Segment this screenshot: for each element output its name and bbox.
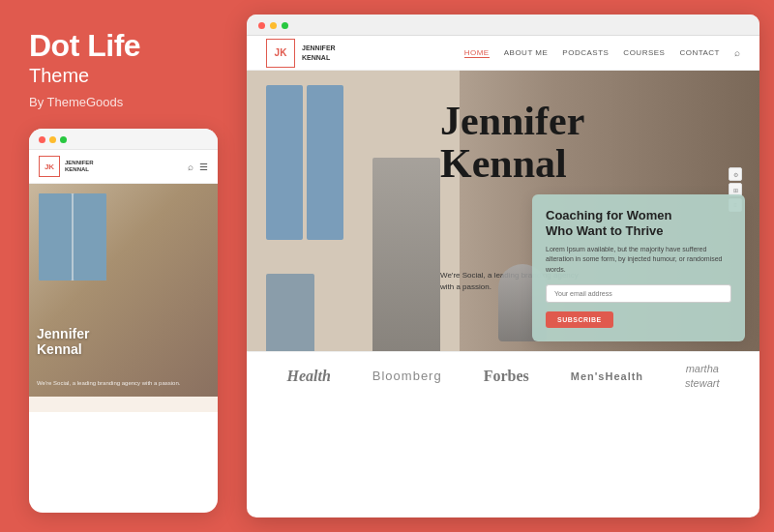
desktop-logo-text: JENNIFER KENNAL bbox=[302, 44, 336, 61]
mobile-hero-bg bbox=[29, 184, 218, 397]
shutter-2 bbox=[74, 193, 106, 281]
browser-dot-yellow bbox=[49, 136, 56, 143]
mobile-preview: JK JENNIFER KENNAL ⌕ ☰ JenniferKennal We bbox=[29, 129, 218, 513]
mobile-hero-name: JenniferKennal bbox=[37, 326, 89, 359]
desktop-nav: JK JENNIFER KENNAL HOME ABOUT ME PODCAST… bbox=[247, 36, 759, 71]
hero-person bbox=[372, 158, 440, 351]
brands-bar: Health Bloomberg Forbes Men'sHealth mart… bbox=[247, 351, 759, 399]
coaching-desc: Lorem Ipsum available, but the majority … bbox=[546, 245, 731, 276]
browser-dot-green bbox=[60, 136, 67, 143]
brand-health: Health bbox=[286, 368, 330, 385]
browser-dot-red bbox=[39, 136, 45, 143]
hero-title: JenniferKennal bbox=[440, 100, 740, 185]
desktop-search-icon[interactable]: ⌕ bbox=[734, 47, 740, 58]
desktop-nav-links: HOME ABOUT ME PODCASTS COURSES CONTACT ⌕ bbox=[464, 47, 740, 58]
brand-martha: marthastewart bbox=[685, 362, 719, 390]
mobile-menu-icon: ☰ bbox=[199, 162, 208, 172]
mobile-hero: JenniferKennal We're Social, a leading b… bbox=[29, 184, 218, 397]
nav-link-about[interactable]: ABOUT ME bbox=[504, 48, 549, 57]
coaching-title: Coaching for WomenWho Want to Thrive bbox=[546, 208, 731, 238]
right-panel: JK JENNIFER KENNAL HOME ABOUT ME PODCAST… bbox=[237, 0, 774, 532]
sidebar-icon-1: ⚙ bbox=[729, 167, 742, 181]
subscribe-button[interactable]: SUBSCRIBE bbox=[546, 311, 613, 328]
desktop-logo: JK JENNIFER KENNAL bbox=[266, 39, 336, 68]
mobile-hero-desc: We're Social, a leading branding agency … bbox=[37, 379, 210, 387]
nav-link-home[interactable]: HOME bbox=[464, 48, 490, 58]
hero-shutters bbox=[266, 85, 343, 240]
hero-door bbox=[266, 274, 314, 351]
brand-menshealth: Men'sHealth bbox=[571, 370, 643, 382]
mobile-browser-bar bbox=[29, 129, 218, 150]
mobile-nav: JK JENNIFER KENNAL ⌕ ☰ bbox=[29, 150, 218, 184]
desktop-preview: JK JENNIFER KENNAL HOME ABOUT ME PODCAST… bbox=[247, 15, 759, 517]
desktop-browser-bar bbox=[247, 15, 759, 36]
mobile-logo-text: JENNIFER KENNAL bbox=[65, 160, 94, 173]
mobile-logo: JK JENNIFER KENNAL bbox=[39, 156, 94, 177]
hero-shutter-2 bbox=[307, 85, 343, 240]
theme-title: Dot Life Theme By ThemeGoods bbox=[29, 29, 218, 129]
left-panel: Dot Life Theme By ThemeGoods JK JENNIFER… bbox=[0, 0, 237, 532]
shutter-1 bbox=[39, 193, 72, 281]
nav-link-courses[interactable]: COURSES bbox=[623, 48, 665, 57]
desktop-dot-green bbox=[282, 22, 288, 29]
mobile-nav-icons: ⌕ ☰ bbox=[188, 162, 208, 172]
mobile-search-icon: ⌕ bbox=[188, 162, 194, 172]
brand-forbes: Forbes bbox=[484, 368, 529, 385]
desktop-dot-red bbox=[258, 22, 265, 29]
desktop-hero: JenniferKennal We're Social, a leading b… bbox=[247, 71, 759, 351]
desktop-logo-jk: JK bbox=[266, 39, 295, 68]
mobile-footer-bar bbox=[29, 397, 218, 412]
desktop-content: JenniferKennal We're Social, a leading b… bbox=[247, 71, 759, 517]
coaching-card: Coaching for WomenWho Want to Thrive Lor… bbox=[532, 194, 745, 341]
desktop-dot-yellow bbox=[270, 22, 277, 29]
email-input[interactable] bbox=[546, 284, 731, 303]
mobile-logo-jk: JK bbox=[39, 156, 60, 177]
brand-bloomberg: Bloomberg bbox=[372, 369, 442, 383]
nav-link-podcasts[interactable]: PODCASTS bbox=[562, 48, 609, 57]
nav-link-contact[interactable]: CONTACT bbox=[679, 48, 720, 57]
hero-shutter-1 bbox=[266, 85, 303, 240]
mobile-hero-shutters bbox=[39, 193, 106, 281]
